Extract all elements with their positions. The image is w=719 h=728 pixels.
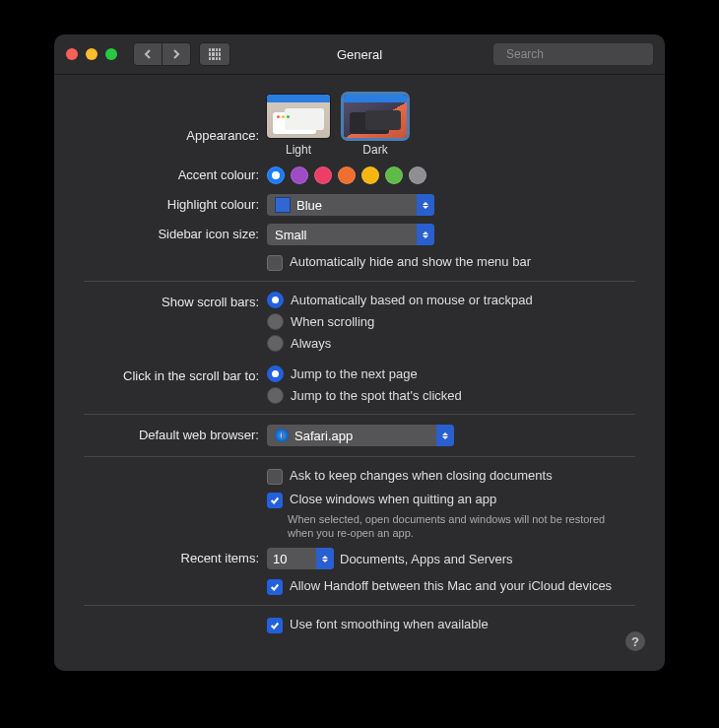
highlight-popup[interactable]: Blue bbox=[267, 194, 434, 216]
light-thumbnail bbox=[267, 95, 330, 138]
auto-hide-menubar-checkbox[interactable]: Automatically hide and show the menu bar bbox=[267, 253, 531, 271]
checkbox-icon bbox=[267, 255, 283, 271]
checkbox-icon bbox=[267, 469, 283, 485]
checkbox-icon bbox=[267, 618, 283, 633]
browser-label: Default web browser: bbox=[84, 425, 267, 446]
accent-swatch[interactable] bbox=[291, 166, 308, 184]
highlight-label: Highlight colour: bbox=[84, 194, 267, 216]
close-windows-desc: When selected, open documents and window… bbox=[288, 512, 622, 540]
browser-popup[interactable]: Safari.app bbox=[267, 425, 454, 446]
sidebar-icon-popup[interactable]: Small bbox=[267, 224, 434, 245]
highlight-swatch-icon bbox=[275, 197, 291, 213]
recent-label: Recent items: bbox=[84, 548, 267, 569]
accent-swatch[interactable] bbox=[385, 166, 403, 184]
radio-icon bbox=[267, 365, 284, 382]
scroll-click-radio[interactable]: Jump to the spot that's clicked bbox=[267, 387, 462, 404]
sidebar-icon-label: Sidebar icon size: bbox=[84, 224, 267, 245]
scrollbars-label: Show scroll bars: bbox=[84, 292, 267, 352]
appearance-light[interactable]: Light bbox=[267, 95, 330, 157]
radio-icon bbox=[267, 335, 284, 352]
accent-swatch[interactable] bbox=[314, 166, 332, 184]
accent-swatch[interactable] bbox=[409, 166, 426, 184]
appearance-label: Appearance: bbox=[84, 105, 267, 147]
scrollbars-radio[interactable]: Automatically based on mouse or trackpad bbox=[267, 292, 533, 308]
appearance-dark[interactable]: Dark bbox=[344, 95, 407, 157]
ask-keep-checkbox[interactable]: Ask to keep changes when closing documen… bbox=[267, 467, 553, 485]
radio-icon bbox=[267, 292, 284, 308]
recent-popup[interactable]: 10 bbox=[267, 548, 334, 569]
checkbox-icon bbox=[267, 579, 283, 595]
radio-icon bbox=[267, 313, 284, 330]
handoff-checkbox[interactable]: Allow Handoff between this Mac and your … bbox=[267, 577, 612, 595]
safari-icon bbox=[275, 429, 289, 442]
accent-label: Accent colour: bbox=[84, 165, 267, 186]
preferences-window: General Appearance: Light Dark bbox=[54, 34, 665, 671]
search-field[interactable] bbox=[493, 43, 653, 65]
window-title: General bbox=[337, 47, 382, 62]
search-input[interactable] bbox=[504, 46, 656, 62]
help-button[interactable]: ? bbox=[625, 631, 645, 651]
font-smoothing-checkbox[interactable]: Use font smoothing when available bbox=[267, 616, 489, 633]
scrollbars-radio[interactable]: When scrolling bbox=[267, 313, 533, 330]
minimize-window-button[interactable] bbox=[86, 48, 98, 60]
back-button[interactable] bbox=[133, 42, 163, 66]
grid-icon bbox=[209, 48, 221, 60]
scrollbars-radio[interactable]: Always bbox=[267, 335, 533, 352]
forward-button[interactable] bbox=[163, 42, 191, 66]
accent-swatch[interactable] bbox=[338, 166, 356, 184]
scroll-click-radio[interactable]: Jump to the next page bbox=[267, 365, 462, 382]
close-window-button[interactable] bbox=[66, 48, 78, 60]
window-controls bbox=[66, 48, 117, 60]
accent-swatch[interactable] bbox=[361, 166, 379, 184]
scroll-click-label: Click in the scroll bar to: bbox=[84, 365, 267, 404]
accent-swatch[interactable] bbox=[267, 166, 285, 184]
accent-swatches bbox=[267, 165, 635, 186]
checkbox-icon bbox=[267, 493, 283, 508]
show-all-button[interactable] bbox=[199, 42, 230, 66]
titlebar: General bbox=[54, 34, 665, 75]
dark-thumbnail bbox=[344, 95, 407, 138]
close-windows-checkbox[interactable]: Close windows when quitting an app bbox=[267, 491, 622, 508]
zoom-window-button[interactable] bbox=[105, 48, 117, 60]
radio-icon bbox=[267, 387, 284, 404]
recent-suffix: Documents, Apps and Servers bbox=[340, 552, 513, 566]
